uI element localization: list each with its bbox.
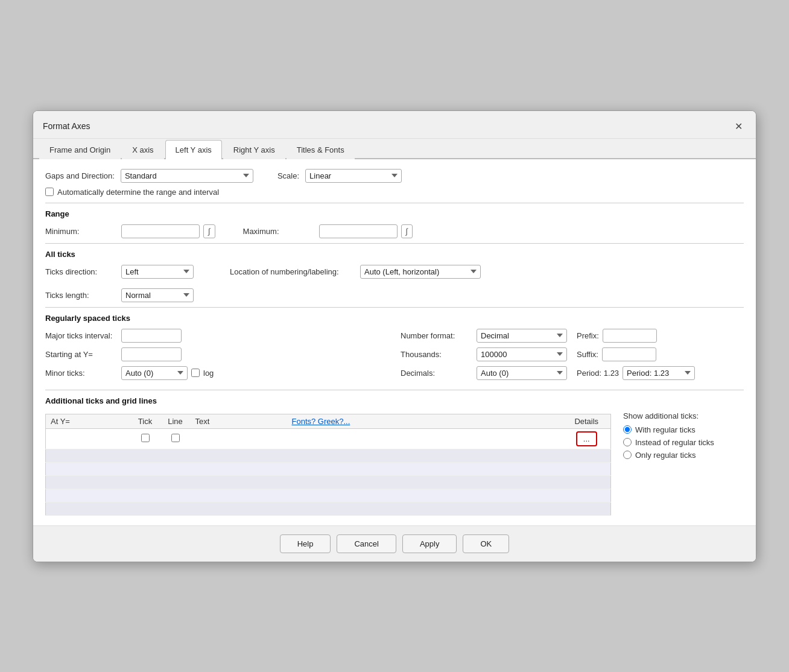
starting-y-input[interactable]: 0 — [121, 347, 182, 361]
ticks-length-row: Ticks length: Normal Short Long None — [45, 288, 744, 302]
maximum-hook-btn[interactable]: ∫ — [401, 224, 413, 238]
format-axes-dialog: Format Axes ✕ Frame and Origin X axis Le… — [33, 110, 756, 562]
table-row — [46, 449, 611, 462]
details-button[interactable]: ... — [576, 431, 597, 446]
log-checkbox[interactable] — [191, 369, 200, 377]
scale-select[interactable]: Linear Log Reciprocal — [305, 169, 402, 183]
major-interval-label: Major ticks interval: — [45, 331, 118, 340]
suffix-label: Suffix: — [577, 350, 598, 359]
location-label: Location of numbering/labeling: — [230, 267, 356, 276]
radio-only-input[interactable] — [623, 451, 632, 459]
maximum-label: Maximum: — [243, 227, 315, 236]
minor-ticks-select[interactable]: Auto (0) 0 1 2 — [121, 366, 188, 380]
suffix-input[interactable] — [602, 347, 656, 361]
tab-right-y-axis[interactable]: Right Y axis — [223, 140, 285, 159]
main-content: Gaps and Direction: Standard Normal Reve… — [33, 159, 756, 525]
dialog-footer: Help Cancel Apply OK — [33, 525, 756, 562]
major-interval-row: Major ticks interval: 20 — [45, 329, 388, 343]
gaps-direction-select[interactable]: Standard Normal Reversed — [121, 169, 253, 183]
radio-with-regular-input[interactable] — [623, 425, 632, 434]
radio-instead-input[interactable] — [623, 438, 632, 446]
number-format-label: Number format: — [401, 331, 473, 340]
col-text-header: Text — [191, 414, 287, 428]
minimum-label: Minimum: — [45, 227, 118, 236]
help-button[interactable]: Help — [280, 534, 331, 553]
tab-x-axis[interactable]: X axis — [122, 140, 163, 159]
show-additional-title: Show additional ticks: — [623, 411, 744, 420]
col-tick-header: Tick — [130, 414, 160, 428]
additional-area: At Y= Tick Line Text Fonts? Greek?... De… — [45, 411, 744, 516]
auto-range-label: Automatically determine the range and in… — [57, 188, 219, 197]
col-details-header: Details — [563, 414, 611, 428]
auto-range-checkbox[interactable] — [45, 188, 54, 196]
log-label: log — [203, 369, 214, 378]
gaps-scale-row: Gaps and Direction: Standard Normal Reve… — [45, 169, 744, 183]
table-row: ... — [46, 428, 611, 449]
starting-y-row: Starting at Y= 0 — [45, 347, 388, 361]
range-row: Minimum: 0 ∫ Maximum: 150 ∫ — [45, 224, 744, 238]
radio-instead-label: Instead of regular ticks — [635, 438, 714, 447]
close-button[interactable]: ✕ — [731, 119, 746, 133]
ticks-direction-select[interactable]: Left Right Both None — [121, 265, 194, 279]
dialog-title: Format Axes — [43, 121, 90, 131]
title-bar: Format Axes ✕ — [33, 111, 756, 139]
cancel-button[interactable]: Cancel — [337, 534, 396, 553]
scale-label: Scale: — [277, 171, 299, 180]
ticks-direction-label: Ticks direction: — [45, 267, 118, 276]
minor-ticks-label: Minor ticks: — [45, 369, 118, 378]
show-additional-panel: Show additional ticks: With regular tick… — [623, 411, 744, 516]
radio-only-label: Only regular ticks — [635, 451, 696, 460]
tick-checkbox[interactable] — [141, 434, 150, 442]
tab-titles-fonts[interactable]: Titles & Fonts — [287, 140, 355, 159]
table-row — [46, 475, 611, 489]
gaps-direction-label: Gaps and Direction: — [45, 171, 115, 180]
decimals-select[interactable]: Auto (0) 0 1 2 — [477, 366, 567, 380]
regularly-spaced-title: Regularly spaced ticks — [45, 314, 744, 323]
major-interval-input[interactable]: 20 — [121, 329, 182, 343]
location-select[interactable]: Auto (Left, horizontal) Left Right Both — [360, 265, 481, 279]
additional-table-wrap: At Y= Tick Line Text Fonts? Greek?... De… — [45, 411, 611, 516]
thousands-select[interactable]: 100000 None Comma — [477, 347, 567, 361]
radio-only-regular: Only regular ticks — [623, 451, 744, 460]
auto-range-row: Automatically determine the range and in… — [45, 188, 744, 197]
table-row — [46, 489, 611, 502]
col-at-y-header: At Y= — [46, 414, 130, 428]
radio-with-regular: With regular ticks — [623, 425, 744, 434]
number-format-select[interactable]: Decimal Scientific Exponential — [477, 329, 567, 343]
text-input[interactable] — [195, 433, 280, 444]
col-fonts-header[interactable]: Fonts? Greek?... — [287, 414, 563, 428]
decimals-row: Decimals: Auto (0) 0 1 2 Period: 1.23 Pe… — [401, 366, 744, 380]
ticks-length-label: Ticks length: — [45, 291, 118, 300]
radio-instead: Instead of regular ticks — [623, 438, 744, 447]
decimals-label: Decimals: — [401, 369, 473, 378]
all-ticks-title: All ticks — [45, 250, 744, 259]
thousands-label: Thousands: — [401, 350, 473, 359]
minimum-input[interactable]: 0 — [121, 224, 200, 238]
period-label: Period: 1.23 — [577, 369, 619, 378]
minor-ticks-row: Minor ticks: Auto (0) 0 1 2 log — [45, 366, 388, 380]
col-line-header: Line — [160, 414, 191, 428]
thousands-row: Thousands: 100000 None Comma Suffix: — [401, 347, 744, 361]
maximum-input[interactable]: 150 — [319, 224, 398, 238]
tab-frame-origin[interactable]: Frame and Origin — [39, 140, 121, 159]
prefix-input[interactable] — [603, 329, 657, 343]
minimum-hook-btn[interactable]: ∫ — [203, 224, 215, 238]
radio-with-label: With regular ticks — [635, 425, 696, 434]
range-section-title: Range — [45, 209, 744, 218]
prefix-label: Prefix: — [577, 331, 599, 340]
apply-button[interactable]: Apply — [402, 534, 457, 553]
ticks-length-select[interactable]: Normal Short Long None — [121, 288, 194, 302]
tab-bar: Frame and Origin X axis Left Y axis Righ… — [33, 139, 756, 159]
line-checkbox[interactable] — [171, 434, 180, 442]
starting-y-label: Starting at Y= — [45, 350, 118, 359]
ok-button[interactable]: OK — [463, 534, 509, 553]
ticks-direction-row: Ticks direction: Left Right Both None — [45, 265, 194, 279]
location-row: Location of numbering/labeling: Auto (Le… — [230, 265, 481, 279]
period-select[interactable]: Period: 1.23 Comma: 1,23 — [623, 366, 695, 380]
tab-left-y-axis[interactable]: Left Y axis — [165, 140, 222, 159]
table-row — [46, 462, 611, 475]
additional-ticks-table: At Y= Tick Line Text Fonts? Greek?... De… — [45, 414, 611, 516]
additional-ticks-title: Additional ticks and grid lines — [45, 396, 744, 405]
number-format-row: Number format: Decimal Scientific Expone… — [401, 329, 744, 343]
at-y-input[interactable] — [51, 433, 123, 444]
